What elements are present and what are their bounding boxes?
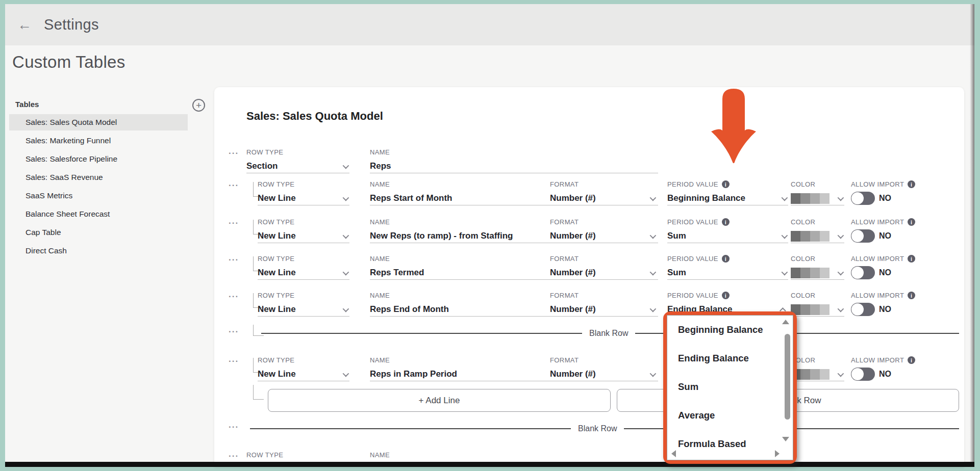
period-value-select-value[interactable]: Sum xyxy=(667,230,786,242)
period-value-option[interactable]: Ending Balance xyxy=(667,344,793,373)
color-select-label: COLOR xyxy=(791,218,815,226)
chevron-down-icon[interactable] xyxy=(838,232,844,239)
period-value-select-value[interactable]: Sum xyxy=(667,267,786,278)
dropdown-scroll-right-icon[interactable] xyxy=(775,450,780,457)
add-table-button[interactable]: + xyxy=(192,99,205,112)
row-type-select-value[interactable]: New Line xyxy=(258,304,347,315)
chevron-down-icon[interactable] xyxy=(650,232,657,239)
allow-import-toggle[interactable] xyxy=(851,192,875,205)
sidebar-item-label: Sales: Marketing Funnel xyxy=(26,136,111,145)
period-value-select-value[interactable]: Beginning Balance xyxy=(667,193,786,204)
allow-import-toggle[interactable] xyxy=(851,266,875,279)
row-drag-handle[interactable]: ... xyxy=(229,354,239,364)
row-type-select-value[interactable]: New Line xyxy=(258,369,347,380)
dropdown-scroll-up-icon[interactable] xyxy=(782,320,789,324)
allow-import-field-value: NO xyxy=(851,267,951,278)
dropdown-scroll-left-icon[interactable] xyxy=(671,450,676,457)
row-drag-handle[interactable]: ... xyxy=(229,146,239,156)
row-drag-handle[interactable]: ... xyxy=(229,216,239,226)
label-text: ALLOW IMPORT xyxy=(851,356,904,364)
row-type-select-value[interactable]: New Line xyxy=(258,267,347,278)
field-value-text: Number (#) xyxy=(550,268,596,278)
color-select-value[interactable] xyxy=(791,304,842,315)
chevron-down-icon[interactable] xyxy=(838,370,844,377)
allow-import-toggle[interactable] xyxy=(851,229,875,243)
row-type-select-value[interactable]: New Line xyxy=(258,193,347,204)
color-select-value[interactable] xyxy=(791,267,842,278)
label-text: NAME xyxy=(370,451,390,459)
info-icon[interactable]: i xyxy=(908,218,915,226)
chevron-down-icon[interactable] xyxy=(782,232,788,239)
dropdown-scroll-down-icon[interactable] xyxy=(782,437,789,441)
swatch-segment xyxy=(791,268,800,278)
back-arrow-icon[interactable]: ← xyxy=(17,17,32,33)
allow-import-toggle[interactable] xyxy=(851,368,875,381)
chevron-down-icon[interactable] xyxy=(343,269,349,275)
row-drag-handle[interactable]: ... xyxy=(229,178,239,189)
format-select-value[interactable]: Number (#) xyxy=(550,230,655,242)
chevron-down-icon[interactable] xyxy=(650,194,657,201)
sidebar-item-table[interactable]: Cap Table xyxy=(5,223,209,242)
format-select-value[interactable]: Number (#) xyxy=(550,267,655,278)
info-icon[interactable]: i xyxy=(908,255,915,263)
chevron-down-icon[interactable] xyxy=(343,194,349,201)
chevron-down-icon[interactable] xyxy=(782,194,788,201)
chevron-down-icon[interactable] xyxy=(650,370,657,377)
info-icon[interactable]: i xyxy=(722,180,730,188)
row-name-input-value[interactable]: Reps xyxy=(370,161,656,172)
info-icon[interactable]: i xyxy=(908,356,915,364)
chevron-down-icon[interactable] xyxy=(343,162,349,169)
period-value-option[interactable]: Sum xyxy=(667,373,793,401)
chevron-down-icon[interactable] xyxy=(838,194,844,201)
color-select-label: COLOR xyxy=(791,180,815,188)
chevron-down-icon[interactable] xyxy=(838,269,844,275)
info-icon[interactable]: i xyxy=(722,218,730,226)
chevron-down-icon[interactable] xyxy=(343,305,349,312)
sidebar-item-table[interactable]: Balance Sheet Forecast xyxy=(5,205,209,223)
sidebar-item-table[interactable]: SaaS Metrics xyxy=(5,187,209,205)
chevron-down-icon[interactable] xyxy=(343,232,349,239)
color-select-value[interactable] xyxy=(791,193,842,204)
sidebar-item-table[interactable]: Sales: Sales Quota Model xyxy=(5,113,209,132)
sidebar-item-table[interactable]: Sales: Salesforce Pipeline xyxy=(5,150,209,168)
chevron-down-icon[interactable] xyxy=(650,269,657,275)
sidebar-item-table[interactable]: Sales: Marketing Funnel xyxy=(5,132,209,150)
dropdown-scrollbar-thumb[interactable] xyxy=(785,334,790,420)
color-select-value[interactable] xyxy=(791,369,842,380)
allow-import-toggle[interactable] xyxy=(851,303,875,316)
row-drag-handle[interactable]: ... xyxy=(229,449,239,459)
row-type-select-label: ROW TYPE xyxy=(246,451,283,459)
color-select-value[interactable] xyxy=(791,230,842,242)
blank-row-label: Blank Row xyxy=(582,329,635,338)
swatch-segment xyxy=(800,369,810,380)
chevron-down-icon[interactable] xyxy=(782,269,788,275)
allow-import-field: ALLOW IMPORTiNO xyxy=(851,218,953,243)
row-type-select-value[interactable]: New Line xyxy=(258,230,347,242)
sidebar-item-table[interactable]: Direct Cash xyxy=(5,242,209,260)
color-swatch xyxy=(791,193,830,204)
row-drag-handle[interactable]: ... xyxy=(229,290,239,300)
format-select-value[interactable]: Number (#) xyxy=(550,369,655,380)
format-select-value[interactable]: Number (#) xyxy=(550,304,655,315)
row-drag-handle[interactable]: ... xyxy=(229,253,239,263)
row-drag-handle[interactable]: ... xyxy=(229,325,239,335)
chevron-down-icon[interactable] xyxy=(343,370,349,377)
info-icon[interactable]: i xyxy=(722,292,730,299)
tables-section-header: Tables + xyxy=(15,100,209,113)
chevron-down-icon[interactable] xyxy=(838,305,844,312)
row-drag-handle[interactable]: ... xyxy=(229,420,239,430)
add-line-button[interactable]: + Add Line xyxy=(268,389,611,412)
info-icon[interactable]: i xyxy=(908,180,915,188)
period-value-option[interactable]: Average xyxy=(667,401,793,430)
period-value-option[interactable]: Beginning Balance xyxy=(667,316,793,344)
swatch-segment xyxy=(810,231,820,242)
sidebar-item-label: SaaS Metrics xyxy=(26,191,72,200)
period-value-option[interactable]: Formula Based xyxy=(667,430,793,458)
format-select: FORMATNumber (#) xyxy=(550,356,657,381)
row-type-select-value[interactable]: Section xyxy=(246,161,347,172)
info-icon[interactable]: i xyxy=(722,255,730,263)
sidebar-item-table[interactable]: Sales: SaaS Revenue xyxy=(5,168,209,187)
chevron-down-icon[interactable] xyxy=(650,305,657,312)
info-icon[interactable]: i xyxy=(908,292,915,299)
format-select-value[interactable]: Number (#) xyxy=(550,193,655,204)
